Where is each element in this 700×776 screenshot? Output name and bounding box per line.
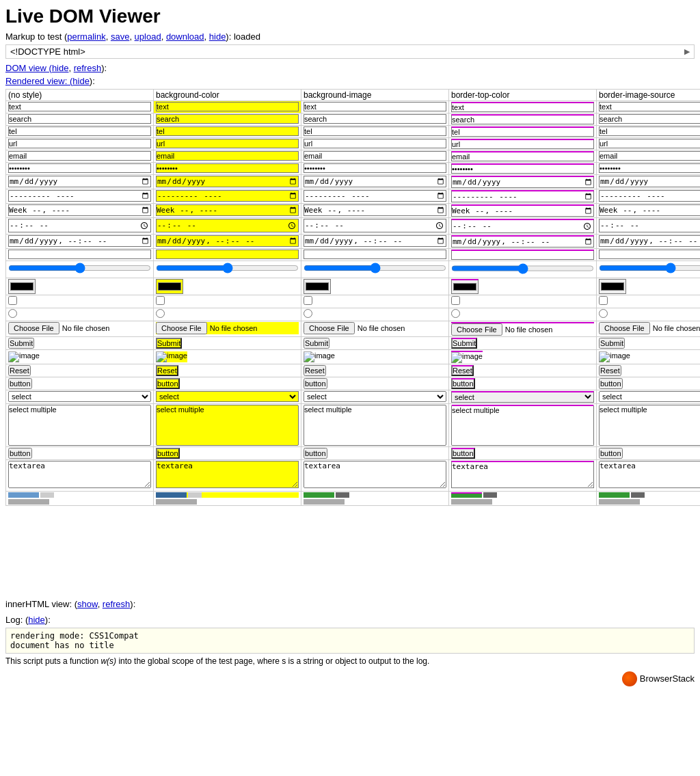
submit-input-bgimage[interactable]	[304, 338, 329, 349]
checkbox-borderimgsrc[interactable]	[599, 296, 608, 305]
select-multiple-bgimage[interactable]: select multiple	[304, 405, 446, 446]
button-input-bordertop[interactable]	[451, 378, 475, 389]
range-input-bordertop[interactable]	[451, 262, 594, 275]
textarea-borderimgsrc[interactable]: textarea	[599, 461, 700, 488]
upload-link[interactable]: upload	[135, 31, 161, 42]
month-input-bgimage[interactable]	[304, 190, 446, 202]
month-input-nostyle[interactable]	[8, 190, 151, 202]
datetime-input-nostyle[interactable]	[8, 235, 151, 247]
tel-input-nostyle[interactable]	[8, 126, 151, 136]
button-input-borderimgsrc[interactable]	[599, 378, 623, 389]
tel-input-bgimage[interactable]	[304, 126, 446, 136]
search-input-bgcolor[interactable]	[156, 114, 299, 124]
reset-input-bgcolor[interactable]	[156, 365, 178, 376]
dom-view-link[interactable]: DOM view (	[5, 63, 52, 73]
button-element-bgcolor[interactable]: button	[156, 448, 180, 459]
dom-hide-link[interactable]: hide	[52, 63, 69, 73]
image-input-bgcolor[interactable]	[156, 351, 187, 362]
time-input-bgcolor[interactable]	[156, 219, 299, 232]
permalink-link[interactable]: permalink	[67, 31, 105, 42]
file-input-bgimage[interactable]	[304, 322, 446, 334]
log-hide-link[interactable]: hide	[28, 615, 45, 625]
image-input-bgimage[interactable]	[304, 351, 335, 362]
color-input-bgimage[interactable]	[304, 279, 331, 294]
password-input-bgcolor[interactable]	[156, 163, 299, 173]
checkbox-bgimage[interactable]	[304, 296, 312, 305]
week-input-bgcolor[interactable]	[156, 204, 299, 216]
image-input-bordertop[interactable]	[451, 351, 483, 363]
file-input-borderimgsrc[interactable]	[599, 322, 700, 334]
week-input-bgimage[interactable]	[304, 204, 446, 216]
range-input-borderimgsrc[interactable]	[599, 262, 700, 274]
textarea-bordertop[interactable]: textarea	[451, 461, 594, 488]
submit-input-nostyle[interactable]	[8, 338, 34, 349]
url-input-bgimage[interactable]	[304, 139, 446, 148]
image-input-borderimgsrc[interactable]	[599, 351, 630, 362]
time-input-borderimgsrc[interactable]	[599, 219, 700, 232]
date-input-bordertop[interactable]	[451, 176, 594, 188]
url-input-bordertop[interactable]	[451, 139, 594, 149]
color-input-bordertop[interactable]	[451, 279, 479, 294]
select-multiple-nostyle[interactable]: select multiple	[8, 405, 151, 446]
text-input-borderimgsrc[interactable]	[599, 102, 700, 111]
color-input-nostyle[interactable]	[8, 279, 36, 294]
image-input-nostyle[interactable]	[8, 351, 40, 362]
tel-input-bordertop[interactable]	[451, 126, 594, 137]
submit-input-borderimgsrc[interactable]	[599, 338, 625, 349]
datetime-input-bordertop[interactable]	[451, 235, 594, 247]
rendered-view-link[interactable]: Rendered view: (	[5, 76, 72, 86]
number-input-bgimage[interactable]	[304, 250, 446, 259]
button-element-bordertop[interactable]: button	[451, 448, 475, 459]
innerHTML-refresh-link[interactable]: refresh	[103, 599, 130, 609]
file-input-bordertop[interactable]	[451, 322, 594, 336]
textarea-bgcolor[interactable]: textarea	[156, 461, 299, 488]
week-input-borderimgsrc[interactable]	[599, 204, 700, 216]
text-input-bgimage[interactable]	[304, 102, 446, 111]
select-borderimgsrc[interactable]: select	[599, 391, 700, 402]
email-input-bgimage[interactable]	[304, 151, 446, 161]
datetime-input-bgimage[interactable]	[304, 235, 446, 247]
radio-borderimgsrc[interactable]	[599, 309, 608, 318]
submit-input-bordertop[interactable]	[451, 338, 477, 349]
dom-refresh-link[interactable]: refresh	[74, 63, 101, 73]
file-input-bgcolor[interactable]	[156, 322, 299, 334]
email-input-bgcolor[interactable]	[156, 151, 299, 161]
url-input-bgcolor[interactable]	[156, 139, 299, 148]
button-input-bgcolor[interactable]	[156, 378, 180, 389]
email-input-bordertop[interactable]	[451, 151, 594, 161]
search-input-borderimgsrc[interactable]	[599, 114, 700, 124]
checkbox-bordertop[interactable]	[451, 296, 460, 305]
number-input-nostyle[interactable]	[8, 250, 151, 259]
color-input-borderimgsrc[interactable]	[599, 279, 626, 294]
range-input-bgimage[interactable]	[304, 262, 446, 274]
textarea-bgimage[interactable]: textarea	[304, 461, 446, 488]
radio-bgcolor[interactable]	[156, 309, 165, 318]
datetime-input-borderimgsrc[interactable]	[599, 235, 700, 247]
range-input-bgcolor[interactable]	[156, 262, 299, 274]
button-element-nostyle[interactable]: button	[8, 448, 32, 459]
hide-link[interactable]: hide	[209, 31, 226, 42]
time-input-bordertop[interactable]	[451, 219, 594, 233]
reset-input-nostyle[interactable]	[8, 365, 31, 376]
month-input-bordertop[interactable]	[451, 190, 594, 202]
date-input-nostyle[interactable]	[8, 176, 151, 187]
textarea-nostyle[interactable]: textarea	[8, 461, 151, 488]
select-multiple-borderimgsrc[interactable]: select multiple	[599, 405, 700, 446]
reset-input-bgimage[interactable]	[304, 365, 326, 376]
select-bgimage[interactable]: select	[304, 391, 446, 402]
tel-input-bgcolor[interactable]	[156, 126, 299, 136]
innerHTML-show-link[interactable]: show	[77, 599, 98, 609]
submit-input-bgcolor[interactable]	[156, 338, 182, 349]
rendered-hide-link[interactable]: hide	[72, 76, 90, 86]
radio-bgimage[interactable]	[304, 309, 312, 318]
file-input-nostyle[interactable]	[8, 322, 151, 334]
reset-input-borderimgsrc[interactable]	[599, 365, 621, 376]
time-input-nostyle[interactable]	[8, 219, 151, 232]
button-element-borderimgsrc[interactable]: button	[599, 448, 623, 459]
month-input-bgcolor[interactable]	[156, 190, 299, 202]
password-input-bgimage[interactable]	[304, 163, 446, 173]
email-input-borderimgsrc[interactable]	[599, 151, 700, 161]
date-input-borderimgsrc[interactable]	[599, 176, 700, 187]
range-input-nostyle[interactable]	[8, 262, 151, 274]
password-input-borderimgsrc[interactable]	[599, 163, 700, 173]
